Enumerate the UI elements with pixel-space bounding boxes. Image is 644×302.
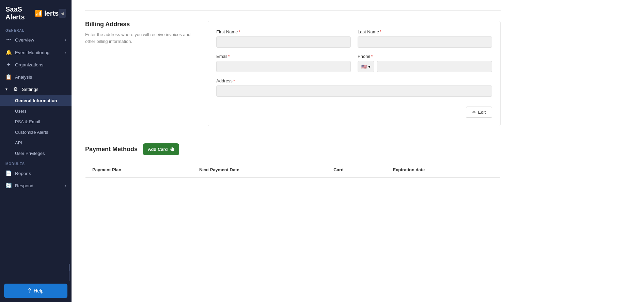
- sidebar-sub-item-users-label: Users: [15, 109, 27, 114]
- address-input[interactable]: [216, 85, 492, 97]
- sidebar-sub-item-users[interactable]: Users: [0, 106, 72, 116]
- payment-methods-section: Payment Methods Add Card ⊕ Payment Plan …: [85, 143, 501, 198]
- general-section-label: GENERAL: [0, 25, 72, 34]
- payment-table-empty-cell: [85, 177, 501, 198]
- sidebar-item-settings[interactable]: ▾ ⚙ Settings: [0, 83, 72, 95]
- payment-table-header: Payment Plan Next Payment Date Card Expi…: [85, 162, 501, 178]
- address-required: *: [233, 78, 235, 83]
- address-label: Address*: [216, 78, 492, 83]
- sidebar-item-reports-label: Reports: [15, 171, 31, 176]
- billing-form: First Name* Last Name*: [208, 21, 501, 126]
- sidebar-item-analysis-label: Analysis: [15, 75, 32, 80]
- chevron-right-icon-em: ›: [65, 51, 66, 54]
- last-name-required: *: [380, 29, 381, 34]
- sidebar-item-settings-label: Settings: [22, 87, 38, 92]
- edit-button[interactable]: ✏ Edit: [466, 107, 492, 118]
- last-name-input[interactable]: [358, 36, 492, 48]
- settings-icon: ⚙: [12, 86, 18, 92]
- us-flag-icon: 🇺🇸: [361, 64, 367, 69]
- email-field: Email*: [216, 54, 351, 72]
- first-name-required: *: [239, 29, 240, 34]
- payment-table: Payment Plan Next Payment Date Card Expi…: [85, 162, 501, 198]
- sidebar-sub-item-customize-alerts[interactable]: Customize Alerts: [0, 127, 72, 138]
- sidebar-sub-item-user-privileges-label: User Privileges: [15, 151, 45, 156]
- sidebar-item-analysis[interactable]: 📋 Analysis: [0, 71, 72, 83]
- name-row: First Name* Last Name*: [216, 29, 492, 48]
- sidebar-sub-item-api-label: API: [15, 140, 22, 145]
- sidebar-sub-item-api[interactable]: API: [0, 138, 72, 148]
- col-payment-plan: Payment Plan: [85, 162, 192, 178]
- sidebar-item-event-monitoring-label: Event Monitoring: [15, 50, 49, 55]
- billing-description: Billing Address Enter the address where …: [85, 21, 194, 126]
- organizations-icon: ✦: [5, 62, 12, 68]
- sidebar-collapse-button[interactable]: ◀: [59, 9, 66, 18]
- sidebar: SaaS Alerts 📶 lerts ◀ GENERAL 〜 Overview…: [0, 0, 72, 302]
- sidebar-item-respond[interactable]: 🔄 Respond ›: [0, 179, 72, 192]
- sidebar-sub-item-customize-alerts-label: Customize Alerts: [15, 130, 48, 135]
- first-name-input[interactable]: [216, 36, 351, 48]
- logo-saas-text: SaaS Alerts: [5, 5, 33, 21]
- billing-title: Billing Address: [85, 21, 194, 28]
- sidebar-item-overview[interactable]: 〜 Overview ›: [0, 34, 72, 46]
- sidebar-sub-item-user-privileges[interactable]: User Privileges: [0, 148, 72, 159]
- sidebar-sub-item-psa-email-label: PSA & Email: [15, 119, 40, 124]
- payment-table-body: [85, 177, 501, 198]
- col-expiration-date: Expiration date: [386, 162, 500, 178]
- sidebar-item-respond-label: Respond: [15, 183, 33, 188]
- main-content: Billing Address Enter the address where …: [72, 0, 644, 302]
- last-name-label: Last Name*: [358, 29, 492, 34]
- help-icon: ?: [28, 288, 31, 294]
- email-input[interactable]: [216, 61, 351, 72]
- add-card-label: Add Card: [148, 147, 168, 152]
- email-required: *: [228, 54, 230, 59]
- address-field: Address*: [216, 78, 492, 97]
- payment-methods-title: Payment Methods: [85, 146, 138, 153]
- sidebar-sub-item-psa-email[interactable]: PSA & Email: [0, 116, 72, 127]
- sidebar-item-overview-label: Overview: [15, 37, 34, 43]
- email-phone-row: Email* Phone* 🇺🇸 ▾: [216, 54, 492, 72]
- payment-table-empty-row: [85, 177, 501, 198]
- email-label: Email*: [216, 54, 351, 59]
- form-actions: ✏ Edit: [216, 103, 492, 118]
- last-name-field: Last Name*: [358, 29, 492, 48]
- payment-table-header-row: Payment Plan Next Payment Date Card Expi…: [85, 162, 501, 178]
- col-card: Card: [327, 162, 386, 178]
- phone-dropdown-chevron: ▾: [368, 64, 371, 69]
- sidebar-item-organizations[interactable]: ✦ Organizations: [0, 59, 72, 71]
- billing-description-text: Enter the address where you will receive…: [85, 31, 194, 45]
- reports-icon: 📄: [5, 170, 12, 176]
- chevron-right-icon: ›: [65, 38, 66, 42]
- sidebar-item-event-monitoring[interactable]: 🔔 Event Monitoring ›: [0, 46, 72, 59]
- add-card-button[interactable]: Add Card ⊕: [143, 143, 179, 155]
- plus-icon: ⊕: [170, 146, 174, 153]
- logo: SaaS Alerts 📶 lerts: [5, 5, 59, 21]
- logo-alerts-text: lerts: [44, 10, 59, 17]
- phone-flag-dropdown[interactable]: 🇺🇸 ▾: [358, 61, 374, 72]
- first-name-label: First Name*: [216, 29, 351, 34]
- phone-input[interactable]: [377, 61, 492, 72]
- edit-icon: ✏: [472, 110, 476, 115]
- chevron-right-icon-respond: ›: [65, 184, 66, 188]
- sidebar-item-reports[interactable]: 📄 Reports: [0, 167, 72, 179]
- modules-section-label: MODULES: [0, 159, 72, 167]
- help-button[interactable]: ? Help: [4, 284, 67, 298]
- first-name-field: First Name*: [216, 29, 351, 48]
- sidebar-logo-area: SaaS Alerts 📶 lerts ◀: [0, 0, 72, 25]
- sidebar-item-organizations-label: Organizations: [15, 62, 43, 67]
- help-button-label: Help: [34, 288, 44, 293]
- wifi-icon: 📶: [35, 10, 42, 17]
- edit-button-label: Edit: [478, 110, 486, 115]
- scrollbar-thumb: [69, 264, 70, 271]
- address-row: Address*: [216, 78, 492, 97]
- sidebar-sub-item-general-information-label: General Information: [15, 98, 57, 103]
- scrollbar-track: [69, 264, 70, 281]
- phone-label: Phone*: [358, 54, 492, 59]
- overview-icon: 〜: [5, 37, 12, 43]
- sidebar-sub-item-general-information[interactable]: General Information: [0, 95, 72, 106]
- chevron-down-icon-settings: ▾: [5, 87, 7, 92]
- phone-required: *: [371, 54, 373, 59]
- phone-input-row: 🇺🇸 ▾: [358, 61, 492, 72]
- billing-address-section: Billing Address Enter the address where …: [85, 21, 501, 133]
- col-next-payment-date: Next Payment Date: [192, 162, 327, 178]
- analysis-icon: 📋: [5, 74, 12, 80]
